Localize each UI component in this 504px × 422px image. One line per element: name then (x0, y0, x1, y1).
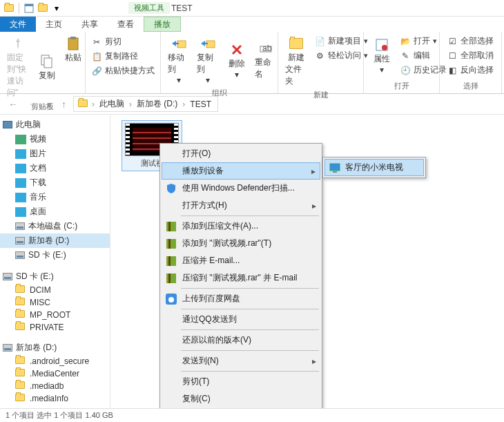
tree-documents[interactable]: 文档 (0, 161, 110, 175)
edit-icon: ✎ (400, 50, 411, 61)
tree-video[interactable]: 视频 (0, 132, 110, 146)
copy-path-button[interactable]: 📋复制路径 (88, 49, 157, 64)
cast-device-mitv[interactable]: 客厅的小米电视 (324, 159, 424, 176)
svg-rect-22 (330, 164, 340, 171)
pin-label1: 固定到"快 (7, 52, 29, 75)
tab-home[interactable]: 主页 (36, 17, 72, 32)
chevron-right-icon: ▸ (311, 166, 316, 176)
separator (181, 350, 319, 351)
tree-androidsec[interactable]: .android_secure (0, 355, 110, 367)
tab-play[interactable]: 播放 (144, 17, 181, 32)
easyaccess-button[interactable]: ⚙轻松访问▾ (311, 48, 371, 63)
group-select-label: 选择 (444, 79, 497, 91)
tab-view[interactable]: 查看 (108, 17, 144, 32)
folder-icon (15, 381, 26, 391)
ctx-addrar[interactable]: 添加到 "测试视频.rar"(T) (162, 235, 320, 252)
tree-thispc[interactable]: 此电脑 (0, 117, 110, 132)
tree-ddrive2[interactable]: 新加卷 (D:) (0, 341, 110, 355)
tree-ddrive[interactable]: 新加卷 (D:) (0, 233, 110, 248)
svg-rect-13 (168, 222, 171, 231)
selectall-icon: ☑ (447, 36, 458, 47)
cloud-icon (165, 293, 177, 305)
navigation-tree[interactable]: 此电脑 视频 图片 文档 下载 音乐 桌面 本地磁盘 (C:) 新加卷 (D:)… (0, 115, 110, 408)
tv-icon (329, 162, 341, 174)
breadcrumb[interactable]: › 此电脑 › 新加卷 (D:) › TEST (73, 96, 218, 112)
tree-sdcard1[interactable]: SD 卡 (E:) (0, 248, 110, 262)
properties-button[interactable]: 属性▾ (368, 34, 396, 77)
svg-rect-5 (70, 37, 76, 39)
tree-mediacenter[interactable]: .MediaCenter (0, 367, 110, 380)
chevron-right-icon: ▸ (312, 201, 316, 211)
ctx-zipemail[interactable]: 压缩并 E-mail... (162, 252, 320, 269)
separator (181, 215, 319, 216)
ctx-defender[interactable]: 使用 Windows Defender扫描... (162, 180, 320, 197)
ctx-sendto[interactable]: 发送到(N)▸ (162, 352, 320, 370)
group-new-label: 新建 (282, 88, 359, 100)
moveto-button[interactable]: 移动到▾ (165, 34, 193, 86)
selectall-button[interactable]: ☑全部选择 (444, 34, 497, 48)
separator (181, 309, 319, 309)
ctx-addarchive[interactable]: 添加到压缩文件(A)... (162, 218, 320, 235)
tree-desktop[interactable]: 桌面 (0, 204, 110, 219)
tree-cdrive[interactable]: 本地磁盘 (C:) (0, 219, 110, 233)
newfolder-button[interactable]: 新建文件夹 (282, 34, 310, 88)
folder-icon (15, 310, 26, 320)
ctx-open[interactable]: 打开(O) (162, 145, 320, 162)
ctx-cut[interactable]: 剪切(T) (162, 373, 320, 390)
video-icon (15, 135, 26, 144)
paste-icon (65, 35, 81, 52)
invert-icon: ◧ (447, 65, 458, 76)
newfolder-icon (288, 35, 304, 52)
tree-music[interactable]: 音乐 (0, 190, 110, 204)
tab-share[interactable]: 共享 (72, 17, 108, 32)
crumb-thispc[interactable]: 此电脑 (97, 98, 126, 110)
invert-button[interactable]: ◧反向选择 (444, 63, 497, 77)
tree-downloads[interactable]: 下载 (0, 175, 110, 190)
crumb-folder[interactable]: TEST (188, 99, 213, 109)
ctx-cast[interactable]: 播放到设备▸ (162, 162, 320, 180)
ctx-qqsend[interactable]: 通过QQ发送到 (162, 311, 320, 328)
folder-icon (3, 2, 15, 15)
ctx-copy[interactable]: 复制(C) (162, 390, 320, 407)
paste-button[interactable]: 粘贴 (62, 34, 84, 65)
properties-icon[interactable] (23, 2, 35, 15)
tree-private[interactable]: PRIVATE (0, 321, 110, 334)
tree-pictures[interactable]: 图片 (0, 146, 110, 161)
selectnone-button[interactable]: ☐全部取消 (444, 48, 497, 63)
tree-mediadb[interactable]: .mediadb (0, 380, 110, 392)
newitem-icon: 📄 (314, 36, 325, 47)
separator (19, 3, 19, 14)
rename-button[interactable]: ab重命名 (252, 34, 280, 86)
status-bar: 1 个项目 选中 1 个项目 1.40 GB (0, 408, 504, 422)
delete-button[interactable]: 删除▾ (223, 34, 251, 86)
new-folder-icon[interactable] (37, 2, 49, 15)
newitem-button[interactable]: 📄新建项目▾ (311, 34, 371, 48)
tree-misc[interactable]: MISC (0, 296, 110, 309)
recent-dropdown[interactable]: ▾ (44, 99, 55, 110)
tree-dcim[interactable]: DCIM (0, 284, 110, 296)
back-button[interactable]: ← (6, 99, 21, 110)
ctx-openwith[interactable]: 打开方式(H)▸ (162, 197, 320, 214)
ctx-ziprar[interactable]: 压缩到 "测试视频.rar" 并 E-mail (162, 269, 320, 287)
tree-mediainfo[interactable]: .mediaInfo (0, 392, 110, 405)
open-icon: 📂 (400, 36, 411, 47)
paste-shortcut-button[interactable]: 🔗粘贴快捷方式 (88, 64, 157, 78)
copyto-button[interactable]: 复制到▾ (194, 34, 222, 86)
ctx-baidu[interactable]: 上传到百度网盘 (162, 290, 320, 307)
crumb-ddrive[interactable]: 新加卷 (D:) (135, 98, 180, 110)
tree-sdcard2[interactable]: SD 卡 (E:) (0, 269, 110, 284)
tree-mproot[interactable]: MP_ROOT (0, 309, 110, 321)
ctx-restore[interactable]: 还原以前的版本(V) (162, 332, 320, 349)
tab-file[interactable]: 文件 (0, 17, 36, 32)
drive-icon (15, 222, 25, 230)
svg-rect-19 (168, 274, 171, 283)
svg-point-11 (382, 45, 387, 50)
svg-point-21 (168, 297, 174, 303)
scissors-icon: ✂ (91, 37, 102, 48)
cut-button[interactable]: ✂剪切 (88, 35, 157, 49)
copy-icon (39, 53, 55, 70)
dropdown-icon[interactable]: ▾ (50, 2, 63, 15)
copy-button[interactable]: 复制 (33, 34, 61, 100)
up-button[interactable]: ↑ (59, 99, 69, 110)
properties-icon (374, 37, 390, 53)
